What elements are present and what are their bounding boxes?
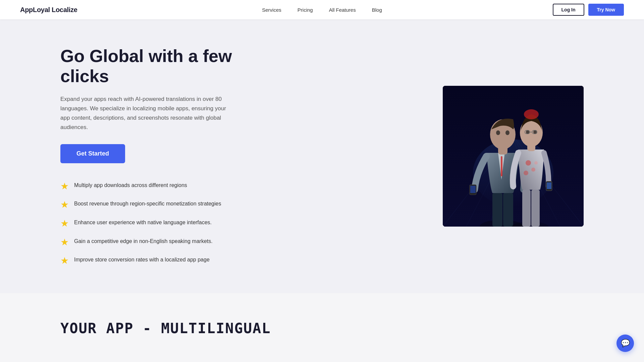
nav-services[interactable]: Services (262, 7, 281, 13)
svg-rect-9 (492, 193, 502, 227)
hero-description: Expand your apps reach with AI-powered t… (60, 95, 235, 132)
svg-rect-17 (470, 186, 476, 193)
svg-point-22 (531, 168, 535, 172)
brand-name-light: Localize (50, 6, 77, 13)
list-item: ★ Boost revenue through region-specific … (60, 199, 282, 210)
hero-content: Go Global with a few clicks Expand your … (60, 46, 282, 266)
hero-section: Go Global with a few clicks Expand your … (0, 19, 644, 293)
nav-all-features[interactable]: All Features (329, 7, 356, 13)
svg-rect-20 (531, 190, 540, 227)
try-now-button[interactable]: Try Now (588, 4, 624, 16)
hero-title: Go Global with a few clicks (60, 46, 282, 86)
svg-point-29 (524, 109, 539, 119)
navbar: AppLoyal Localize Services Pricing All F… (0, 0, 644, 19)
star-icon: ★ (60, 181, 69, 192)
star-icon: ★ (60, 199, 69, 210)
star-icon: ★ (60, 218, 69, 229)
nav-blog[interactable]: Blog (372, 7, 382, 13)
svg-rect-11 (501, 156, 502, 176)
star-icon: ★ (60, 237, 69, 248)
list-item: ★ Multiply app downloads across differen… (60, 181, 282, 192)
hero-image: 訳 言語 翻 글로벌 世界 مرحبا अनुवाद Lokale 元気 Lín… (443, 86, 584, 227)
list-item: ★ Improve store conversion rates with a … (60, 255, 282, 266)
feature-text: Enhance user experience with native lang… (74, 218, 212, 227)
multilingual-section: YOUR APP - MULTILINGUAL (0, 293, 644, 350)
svg-point-23 (524, 171, 528, 175)
features-list: ★ Multiply app downloads across differen… (60, 181, 282, 266)
navbar-actions: Log In Try Now (553, 4, 624, 16)
brand-logo[interactable]: AppLoyal Localize (20, 6, 77, 14)
list-item: ★ Enhance user experience with native la… (60, 218, 282, 229)
login-button[interactable]: Log In (553, 4, 584, 16)
feature-text: Boost revenue through region-specific mo… (74, 199, 221, 208)
svg-point-24 (534, 161, 538, 165)
svg-point-21 (526, 160, 531, 166)
nav-pricing[interactable]: Pricing (298, 7, 313, 13)
star-icon: ★ (60, 255, 69, 266)
feature-text: Gain a competitive edge in non-English s… (74, 237, 213, 245)
feature-text: Improve store conversion rates with a lo… (74, 255, 210, 264)
chat-bubble-button[interactable]: 💬 (616, 335, 634, 352)
get-started-button[interactable]: Get Started (60, 144, 125, 163)
hero-scene: 訳 言語 翻 글로벌 世界 مرحبا अनुवाद Lokale 元気 Lín… (443, 86, 584, 227)
svg-rect-19 (522, 190, 531, 227)
chat-icon: 💬 (621, 339, 630, 348)
svg-point-14 (496, 130, 500, 135)
nav-links: Services Pricing All Features Blog (262, 7, 382, 13)
svg-rect-10 (503, 193, 513, 227)
svg-rect-26 (547, 182, 551, 189)
list-item: ★ Gain a competitive edge in non-English… (60, 237, 282, 248)
feature-text: Multiply app downloads across different … (74, 181, 187, 189)
multilingual-heading: YOUR APP - MULTILINGUAL (60, 320, 584, 337)
brand-name-bold: AppLoyal (20, 6, 50, 13)
svg-point-15 (505, 130, 509, 135)
scene-svg (443, 86, 584, 227)
